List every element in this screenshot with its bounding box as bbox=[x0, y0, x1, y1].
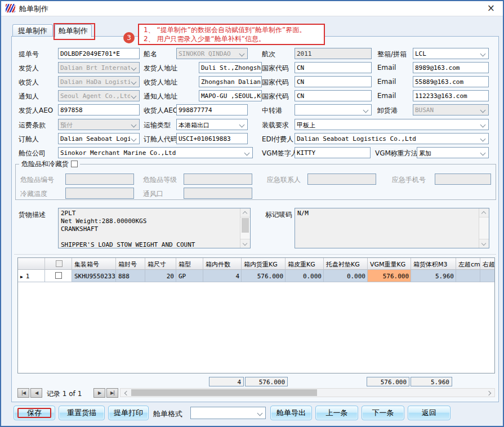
table-cell[interactable] bbox=[456, 270, 480, 282]
edi-payer-select[interactable]: Dalian Seaboat Logistics Co.,Ltd bbox=[295, 133, 489, 144]
table-cell[interactable]: 20 bbox=[145, 270, 176, 282]
freight-terms-select: 预付 bbox=[58, 119, 140, 130]
scroll-down-icon[interactable] bbox=[240, 239, 250, 248]
table-header-cell[interactable]: 箱型 bbox=[176, 258, 203, 270]
notify-country-input[interactable]: CN bbox=[295, 90, 372, 101]
scrollbar-thumb[interactable] bbox=[242, 218, 249, 233]
table-header-select[interactable] bbox=[45, 258, 72, 270]
vgm-signer-input[interactable]: KITTY bbox=[295, 147, 371, 158]
shipper-country-input[interactable]: CN bbox=[295, 62, 372, 73]
close-icon[interactable]: × bbox=[487, 2, 495, 14]
tab-manifest-creation[interactable]: 舱单制作 bbox=[55, 24, 92, 37]
dangerous-goods-checkbox[interactable] bbox=[71, 161, 78, 167]
save-button[interactable]: 保存 bbox=[14, 406, 55, 420]
shipper-email-input[interactable]: 8989@163.com bbox=[413, 62, 489, 73]
print-bl-button[interactable]: 提单打印 bbox=[108, 406, 149, 420]
table-header-cell[interactable]: 托盘衬垫KG bbox=[324, 258, 368, 270]
manifest-format-select[interactable] bbox=[190, 407, 266, 419]
table-header-cell[interactable]: 箱内件数 bbox=[203, 258, 242, 270]
table-header-cell[interactable]: 集装箱号 bbox=[72, 258, 116, 270]
bl-no-label: 提单号 bbox=[19, 50, 39, 59]
scroll-left-icon[interactable] bbox=[121, 389, 131, 397]
vessel-label: 船名 bbox=[144, 50, 157, 59]
scroll-right-icon[interactable] bbox=[484, 389, 494, 397]
table-header-cell[interactable]: 箱封号 bbox=[116, 258, 145, 270]
record-next-button[interactable]: ▶ bbox=[93, 388, 105, 398]
marks-scrollbar[interactable] bbox=[479, 208, 489, 248]
consignee-aeo-input[interactable]: 998877774 bbox=[176, 104, 248, 115]
dg-temp-input bbox=[65, 188, 134, 199]
table-header-cell[interactable]: VGM重量KG bbox=[368, 258, 411, 270]
record-first-button[interactable]: |◀ bbox=[17, 388, 29, 398]
reset-cargo-desc-button[interactable]: 重置货描 bbox=[59, 406, 105, 420]
table-cell[interactable]: 4 bbox=[203, 270, 242, 282]
row-checkbox[interactable] bbox=[55, 272, 62, 279]
cargo-desc-text: 2PLT Net Weight:288.00000KGS CRANKSHAFT … bbox=[61, 210, 239, 248]
booking-party-select[interactable]: Dalian Seaboat Logi bbox=[58, 133, 140, 144]
transit-port-select[interactable] bbox=[295, 104, 372, 115]
vgm-method-select[interactable]: 累加 bbox=[417, 147, 489, 158]
total-gross-weight: 576.000 bbox=[245, 377, 288, 386]
table-header-cell[interactable]: 箱内货重KG bbox=[242, 258, 286, 270]
table-cell[interactable]: GP bbox=[176, 270, 203, 282]
cargo-desc-textarea[interactable]: 2PLT Net Weight:288.00000KGS CRANKSHAFT … bbox=[58, 208, 251, 248]
consignee-label: 收货人 bbox=[19, 78, 39, 87]
table-header-indicator[interactable] bbox=[18, 258, 45, 270]
booking-party-label: 订舱人 bbox=[19, 135, 39, 144]
table-cell[interactable]: 0.000 bbox=[286, 270, 324, 282]
dg-mobile-input bbox=[435, 174, 491, 185]
table-cell[interactable]: 5.960 bbox=[411, 270, 456, 282]
record-last-button[interactable]: ▶| bbox=[106, 388, 118, 398]
table-cell[interactable]: 888 bbox=[116, 270, 145, 282]
chevron-down-icon bbox=[480, 136, 486, 142]
scroll-up-icon[interactable] bbox=[240, 208, 250, 217]
table-cell[interactable]: 576.000 bbox=[242, 270, 286, 282]
table-header-cell[interactable]: 箱货体积M3 bbox=[411, 258, 456, 270]
fcl-lcl-label: 整箱/拼箱 bbox=[377, 50, 407, 59]
consignee-email-input[interactable]: 55889@163.com bbox=[413, 76, 489, 87]
transport-type-select[interactable]: 本港箱出口 bbox=[176, 119, 248, 130]
scroll-down-icon[interactable] bbox=[479, 239, 489, 248]
row-select-cell[interactable] bbox=[45, 270, 72, 282]
tab-bl-creation[interactable]: 提单制作 bbox=[12, 24, 53, 37]
shipper-aeo-input[interactable]: 897858 bbox=[58, 104, 140, 115]
dg-contact-label: 应急联系人 bbox=[267, 175, 301, 185]
edi-payer-label: EDI付费人 bbox=[262, 135, 293, 144]
scroll-up-icon[interactable] bbox=[479, 208, 489, 217]
bl-no-input[interactable]: DOLBDF2049E701*E bbox=[58, 48, 140, 59]
table-cell[interactable]: 0.000 bbox=[324, 270, 368, 282]
table-cell[interactable]: SKHU9550233 bbox=[72, 270, 116, 282]
table-cell[interactable] bbox=[480, 270, 495, 282]
prev-record-button[interactable]: 上一条 bbox=[315, 406, 358, 420]
loading-req-select[interactable]: 甲板上 bbox=[295, 119, 489, 130]
consignee-country-input[interactable]: CN bbox=[295, 76, 372, 87]
horizontal-scrollbar[interactable] bbox=[120, 388, 495, 397]
notify-label: 通知人 bbox=[19, 92, 39, 101]
select-all-checkbox[interactable] bbox=[56, 260, 63, 267]
consignee-addr-input[interactable]: Zhongshan Dalian Chin bbox=[199, 76, 262, 87]
marks-textarea[interactable]: N/M bbox=[295, 208, 489, 248]
table-cell-vgm-highlighted[interactable]: 576.000 bbox=[368, 270, 411, 282]
back-button[interactable]: 返回 bbox=[408, 406, 451, 420]
booking-code-input[interactable]: USCI+010619883 bbox=[176, 133, 248, 144]
fcl-lcl-select[interactable]: LCL bbox=[413, 48, 489, 59]
notify-addr-input[interactable]: MAPO-GU ,SEOUL,KOREA bbox=[199, 90, 262, 101]
cargo-desc-scrollbar[interactable] bbox=[240, 208, 250, 248]
table-row[interactable]: ▶1 SKHU9550233 888 20 GP 4 576.000 0.000… bbox=[18, 270, 494, 282]
notify-email-input[interactable]: 112233@163.com bbox=[413, 90, 489, 101]
discharge-port-label: 卸货港 bbox=[377, 106, 398, 115]
next-record-button[interactable]: 下一条 bbox=[362, 406, 404, 420]
record-prev-button[interactable]: ◀ bbox=[30, 388, 42, 398]
dg-class-input bbox=[184, 174, 252, 185]
shipper-addr-input[interactable]: Duli St.,Zhongshan Di bbox=[199, 62, 262, 73]
window: 舱单制作 × 提单制作 舱单制作 3 1、 “提单制作”的数据会自动赋值到“舱单… bbox=[0, 0, 504, 427]
table-header-cell[interactable]: 箱尺寸 bbox=[145, 258, 176, 270]
table-header-cell[interactable]: 箱皮重KG bbox=[286, 258, 324, 270]
slot-company-select[interactable]: Sinokor Merchant Marine Co.,Ltd bbox=[58, 147, 253, 158]
consignee-select: Dalian HaDa Logisti bbox=[58, 76, 140, 87]
dg-vent-input bbox=[184, 188, 252, 199]
export-manifest-button[interactable]: 舱单导出 bbox=[270, 406, 312, 420]
table-header-cell[interactable]: 右超cm bbox=[480, 258, 495, 270]
scrollbar-thumb[interactable] bbox=[131, 389, 317, 396]
table-header-cell[interactable]: 左超cm bbox=[456, 258, 480, 270]
